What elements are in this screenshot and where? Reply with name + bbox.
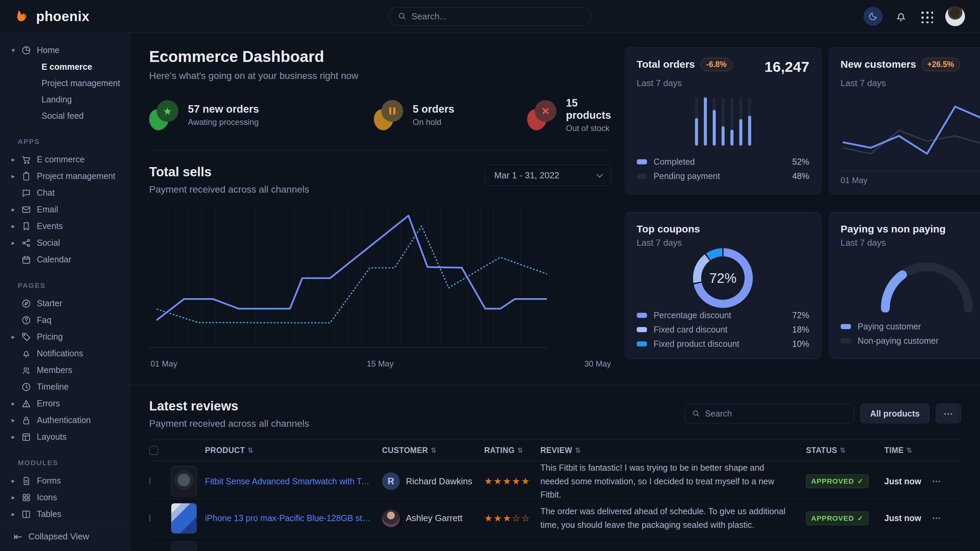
sidebar-item-errors[interactable]: ▸Errors bbox=[0, 395, 130, 412]
trend-badge: -6.8% bbox=[700, 58, 732, 71]
product-link[interactable]: iPhone 13 pro max-Pacific Blue-128GB sto… bbox=[205, 513, 382, 523]
brand-logo[interactable]: phoenix bbox=[15, 8, 89, 24]
column-header-customer[interactable]: CUSTOMER⇅ bbox=[382, 446, 484, 455]
sidebar-item-timeline[interactable]: Timeline bbox=[0, 378, 130, 395]
sidebar-item-forms[interactable]: ▸Forms bbox=[0, 472, 130, 489]
sidebar-item-starter[interactable]: Starter bbox=[0, 295, 130, 312]
sidebar-item-label: Members bbox=[37, 365, 72, 375]
sidebar-item-label: Project management bbox=[37, 171, 115, 181]
search-icon bbox=[692, 410, 700, 418]
notifications-button[interactable] bbox=[895, 10, 907, 22]
apps-grid-icon bbox=[920, 10, 933, 23]
more-options-button[interactable]: ⋯ bbox=[936, 403, 961, 423]
legend-swatch bbox=[637, 173, 647, 179]
page-subtitle: Here's what's going on at your business … bbox=[149, 70, 611, 81]
row-menu-button[interactable]: ⋯ bbox=[932, 513, 941, 523]
column-header-review[interactable]: REVIEW⇅ bbox=[540, 446, 806, 455]
product-thumbnail[interactable] bbox=[171, 466, 197, 497]
row-checkbox[interactable] bbox=[149, 478, 151, 484]
share-icon bbox=[21, 238, 37, 248]
stat-star-icon: ★ bbox=[149, 100, 179, 130]
columns-icon bbox=[21, 509, 37, 519]
legend-swatch bbox=[637, 341, 647, 346]
sidebar-nav: ▾HomeE commerceProject managementLanding… bbox=[0, 33, 130, 522]
sidebar-item-faq[interactable]: Faq bbox=[0, 312, 130, 329]
sidebar-subitem-project-management[interactable]: Project management bbox=[0, 75, 130, 91]
sidebar-item-events[interactable]: ▸Events bbox=[0, 218, 130, 235]
legend-row: Fixed card discount18% bbox=[637, 322, 810, 337]
row-checkbox[interactable] bbox=[149, 514, 151, 522]
sidebar-subitem-e-commerce[interactable]: E commerce bbox=[0, 59, 130, 75]
legend-label: Fixed card discount bbox=[654, 325, 728, 335]
theme-toggle-button[interactable] bbox=[864, 7, 883, 26]
sidebar-item-project-management[interactable]: ▸Project management bbox=[0, 168, 130, 184]
total-orders-card: Total orders -6.8% 16,247 Last 7 days Co… bbox=[625, 47, 821, 194]
sidebar-item-calendar[interactable]: Calendar bbox=[0, 251, 130, 268]
review-time: Just now bbox=[884, 513, 932, 523]
legend-label: Paying customer bbox=[858, 322, 921, 332]
check-icon: ✓ bbox=[858, 477, 864, 485]
sidebar-item-pricing[interactable]: ▸Pricing bbox=[0, 329, 130, 345]
sidebar-item-notifications[interactable]: Notifications bbox=[0, 345, 130, 362]
top-navbar: phoenix bbox=[0, 0, 980, 33]
sidebar-item-label: Timeline bbox=[37, 382, 69, 392]
sidebar-item-home[interactable]: ▾Home bbox=[0, 42, 130, 59]
date-range-select[interactable]: Mar 1 - 31, 2022 bbox=[485, 165, 611, 186]
date-range-value: Mar 1 - 31, 2022 bbox=[495, 170, 560, 181]
quick-stats: ★ 57 new orders Awating processing 5 ord… bbox=[149, 97, 611, 133]
column-header-status[interactable]: STATUS⇅ bbox=[806, 446, 884, 455]
legend-label: Completed bbox=[654, 157, 695, 167]
latest-reviews-section: Latest reviews Payment received across a… bbox=[149, 399, 961, 551]
sidebar-item-layouts[interactable]: ▸Layouts bbox=[0, 429, 130, 445]
caret-right-icon: ▸ bbox=[11, 206, 21, 213]
collapse-sidebar-button[interactable]: ⇤ Collapsed View bbox=[0, 522, 130, 551]
caret-right-icon: ▸ bbox=[11, 156, 21, 164]
bookmark-icon bbox=[21, 221, 37, 232]
product-link[interactable]: Fitbit Sense Advanced Smartwatch with To… bbox=[205, 476, 382, 486]
file-icon bbox=[21, 476, 37, 486]
sidebar-item-label: Forms bbox=[37, 476, 61, 486]
sidebar-item-authentication[interactable]: ▸Authentication bbox=[0, 412, 130, 429]
legend-swatch bbox=[637, 313, 647, 318]
sidebar-item-label: E commerce bbox=[37, 154, 84, 164]
sidebar-item-chat[interactable]: Chat bbox=[0, 184, 130, 201]
customer-avatar: R bbox=[382, 472, 400, 490]
sidebar-item-label: Chat bbox=[37, 188, 55, 198]
sidebar-item-e-commerce[interactable]: ▸E commerce bbox=[0, 151, 130, 168]
row-menu-button[interactable]: ⋯ bbox=[932, 476, 941, 486]
sidebar-item-email[interactable]: ▸Email bbox=[0, 201, 130, 218]
reviews-search[interactable] bbox=[685, 403, 854, 423]
product-thumbnail[interactable] bbox=[171, 503, 197, 534]
column-header-time[interactable]: TIME⇅ bbox=[884, 446, 932, 455]
stat-value: 57 new orders bbox=[188, 103, 259, 115]
sidebar-item-label: Starter bbox=[37, 299, 62, 308]
stat-x-icon: ✕ bbox=[527, 100, 557, 130]
legend-row: Completed52% bbox=[637, 154, 810, 169]
sidebar-item-icons[interactable]: ▸Icons bbox=[0, 489, 130, 506]
column-header-rating[interactable]: RATING⇅ bbox=[484, 446, 540, 455]
all-products-filter-button[interactable]: All products bbox=[860, 403, 930, 423]
user-avatar[interactable] bbox=[945, 6, 965, 26]
apps-menu-button[interactable] bbox=[920, 10, 933, 23]
sidebar-item-social[interactable]: ▸Social bbox=[0, 235, 130, 251]
select-all-checkbox[interactable] bbox=[149, 446, 158, 455]
legend-value: 52% bbox=[792, 157, 810, 167]
sidebar-item-label: Pricing bbox=[37, 332, 63, 342]
global-search[interactable] bbox=[388, 7, 592, 25]
sidebar-item-members[interactable]: Members bbox=[0, 362, 130, 378]
sidebar-subitem-landing[interactable]: Landing bbox=[0, 91, 130, 108]
sidebar-item-label: Events bbox=[37, 221, 63, 231]
reviews-search-input[interactable] bbox=[705, 409, 847, 419]
legend-value: 72% bbox=[792, 310, 810, 320]
legend-label: Fixed product discount bbox=[654, 339, 740, 349]
sidebar-subitem-social-feed[interactable]: Social feed bbox=[0, 108, 130, 124]
reviews-subtitle: Payment received across all channels bbox=[149, 418, 309, 429]
search-input[interactable] bbox=[411, 11, 582, 22]
column-header-product[interactable]: PRODUCT⇅ bbox=[205, 446, 382, 455]
card-title: Paying vs non paying bbox=[841, 223, 946, 235]
sort-icon: ⇅ bbox=[840, 446, 846, 454]
card-period: Last 7 days bbox=[637, 238, 810, 248]
sidebar-item-tables[interactable]: ▸Tables bbox=[0, 506, 130, 522]
product-thumbnail[interactable] bbox=[171, 541, 197, 551]
new-customers-chart bbox=[841, 89, 980, 168]
